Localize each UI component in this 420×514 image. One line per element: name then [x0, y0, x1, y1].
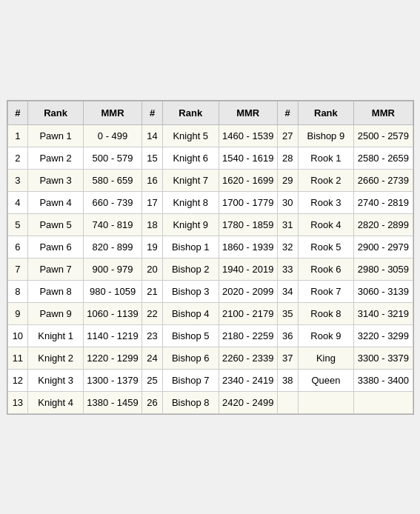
table-cell: 19 — [142, 236, 163, 258]
table-cell: 13 — [7, 391, 28, 413]
table-cell: Bishop 5 — [162, 324, 219, 347]
rank-table: # Rank MMR # Rank MMR # Rank MMR 1Pawn 1… — [7, 101, 413, 414]
table-cell: 900 - 979 — [83, 258, 141, 280]
table-cell: Pawn 3 — [28, 169, 84, 191]
table-cell: 2340 - 2419 — [219, 369, 277, 391]
table-cell: Knight 9 — [162, 213, 219, 236]
table-cell: Rook 7 — [298, 280, 354, 302]
table-cell: 2740 - 2819 — [354, 191, 413, 213]
table-cell: Pawn 8 — [28, 280, 84, 302]
table-cell: Knight 3 — [28, 369, 84, 391]
table-row: 7Pawn 7900 - 97920Bishop 21940 - 201933R… — [7, 258, 413, 280]
header-col2-rank: Rank — [162, 101, 219, 124]
table-cell: 11 — [7, 347, 28, 369]
table-row: 3Pawn 3580 - 65916Knight 71620 - 169929R… — [7, 169, 413, 191]
table-cell: 16 — [142, 169, 163, 191]
table-cell: Bishop 1 — [162, 236, 219, 258]
table-cell: 2900 - 2979 — [354, 236, 413, 258]
table-cell: Rook 6 — [298, 258, 354, 280]
table-cell: 2420 - 2499 — [219, 391, 277, 413]
table-cell: 3060 - 3139 — [354, 280, 413, 302]
table-cell: 24 — [142, 347, 163, 369]
table-body: 1Pawn 10 - 49914Knight 51460 - 153927Bis… — [7, 124, 413, 413]
table-cell: 22 — [142, 302, 163, 324]
table-cell: 1940 - 2019 — [219, 258, 277, 280]
header-row: # Rank MMR # Rank MMR # Rank MMR — [7, 101, 413, 124]
table-cell: 28 — [277, 147, 298, 169]
table-row: 12Knight 31300 - 137925Bishop 72340 - 24… — [7, 369, 413, 391]
table-row: 6Pawn 6820 - 89919Bishop 11860 - 193932R… — [7, 236, 413, 258]
table-cell: 2100 - 2179 — [219, 302, 277, 324]
header-col3-rank: Rank — [298, 101, 354, 124]
table-cell: 3220 - 3299 — [354, 324, 413, 347]
table-cell: 4 — [7, 191, 28, 213]
table-cell: 3 — [7, 169, 28, 191]
table-cell: Knight 6 — [162, 147, 219, 169]
table-cell: 33 — [277, 258, 298, 280]
header-col1-hash: # — [7, 101, 28, 124]
table-cell: 1140 - 1219 — [83, 324, 141, 347]
table-cell: 17 — [142, 191, 163, 213]
table-cell: 14 — [142, 124, 163, 147]
table-cell: King — [298, 347, 354, 369]
table-cell: 20 — [142, 258, 163, 280]
table-cell: 12 — [7, 369, 28, 391]
table-cell: Queen — [298, 369, 354, 391]
table-row: 9Pawn 91060 - 113922Bishop 42100 - 21793… — [7, 302, 413, 324]
table-cell — [354, 391, 413, 413]
table-cell: Bishop 9 — [298, 124, 354, 147]
table-cell: Bishop 8 — [162, 391, 219, 413]
table-cell: 1300 - 1379 — [83, 369, 141, 391]
table-cell: 1860 - 1939 — [219, 236, 277, 258]
table-cell: 2180 - 2259 — [219, 324, 277, 347]
table-cell: Rook 5 — [298, 236, 354, 258]
table-cell: 1700 - 1779 — [219, 191, 277, 213]
table-cell: 26 — [142, 391, 163, 413]
table-cell: Rook 8 — [298, 302, 354, 324]
table-cell: 6 — [7, 236, 28, 258]
table-cell: Knight 1 — [28, 324, 84, 347]
table-cell: 980 - 1059 — [83, 280, 141, 302]
table-cell: 1620 - 1699 — [219, 169, 277, 191]
table-cell: 740 - 819 — [83, 213, 141, 236]
table-row: 11Knight 21220 - 129924Bishop 62260 - 23… — [7, 347, 413, 369]
table-cell: Knight 7 — [162, 169, 219, 191]
table-cell: Bishop 3 — [162, 280, 219, 302]
table-cell: Knight 4 — [28, 391, 84, 413]
table-cell: 2980 - 3059 — [354, 258, 413, 280]
table-cell: Rook 3 — [298, 191, 354, 213]
table-cell: 2 — [7, 147, 28, 169]
table-cell: 500 - 579 — [83, 147, 141, 169]
table-cell — [298, 391, 354, 413]
table-cell: Bishop 2 — [162, 258, 219, 280]
table-cell: 31 — [277, 213, 298, 236]
table-row: 13Knight 41380 - 145926Bishop 82420 - 24… — [7, 391, 413, 413]
table-cell: Knight 8 — [162, 191, 219, 213]
header-col3-hash: # — [277, 101, 298, 124]
header-col1-mmr: MMR — [83, 101, 141, 124]
header-col2-hash: # — [142, 101, 163, 124]
table-cell: 15 — [142, 147, 163, 169]
table-cell: 7 — [7, 258, 28, 280]
table-cell: 1460 - 1539 — [219, 124, 277, 147]
table-cell: Knight 5 — [162, 124, 219, 147]
table-cell: Bishop 4 — [162, 302, 219, 324]
table-cell: 27 — [277, 124, 298, 147]
rank-table-wrapper: # Rank MMR # Rank MMR # Rank MMR 1Pawn 1… — [7, 100, 414, 415]
table-row: 1Pawn 10 - 49914Knight 51460 - 153927Bis… — [7, 124, 413, 147]
table-cell: 9 — [7, 302, 28, 324]
table-cell: 32 — [277, 236, 298, 258]
table-cell: Rook 2 — [298, 169, 354, 191]
table-cell: 1380 - 1459 — [83, 391, 141, 413]
table-cell: 3300 - 3379 — [354, 347, 413, 369]
table-cell: 2580 - 2659 — [354, 147, 413, 169]
table-cell: 2660 - 2739 — [354, 169, 413, 191]
table-cell: 2020 - 2099 — [219, 280, 277, 302]
table-cell: Pawn 9 — [28, 302, 84, 324]
table-cell: 820 - 899 — [83, 236, 141, 258]
table-cell: 37 — [277, 347, 298, 369]
table-cell: Rook 4 — [298, 213, 354, 236]
table-cell: Rook 9 — [298, 324, 354, 347]
table-cell: 18 — [142, 213, 163, 236]
table-cell — [277, 391, 298, 413]
